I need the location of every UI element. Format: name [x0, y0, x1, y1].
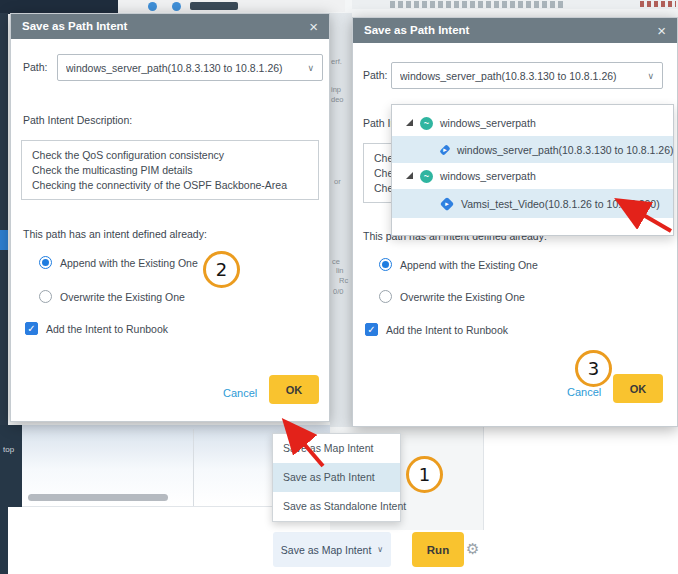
description-line: Check the QoS configuration consistency	[32, 148, 318, 163]
runbook-checkbox-label: Add the Intent to Runbook	[46, 323, 168, 335]
background-app-icon	[148, 2, 157, 11]
panel-divider	[483, 427, 484, 530]
add-intent-to-runbook-checkbox[interactable]: ✓ Add the Intent to Runbook	[365, 323, 508, 336]
background-text-fragment: erf.	[331, 57, 342, 66]
radio-append-existing[interactable]: Append with the Existing One	[39, 256, 198, 269]
radio-overwrite-existing[interactable]: Overwrite the Existing One	[39, 290, 185, 303]
background-left-rail-accent	[0, 230, 8, 250]
run-button[interactable]: Run	[412, 532, 464, 567]
chevron-down-icon: ∨	[377, 545, 383, 554]
runbook-checkbox-label: Add the Intent to Runbook	[386, 324, 508, 336]
path-label: Path:	[23, 61, 48, 73]
tree-expanded-caret-icon[interactable]	[406, 172, 413, 179]
screen: erf. inp deo or ce lin Rc 0/0 top Save a…	[0, 0, 678, 574]
radio-append-existing[interactable]: Append with the Existing One	[379, 258, 538, 271]
tree-item-label: windows_server_path(10.8.3.130 to 10.8.1…	[457, 144, 674, 156]
description-line: Checking the connectivity of the OSPF Ba…	[32, 178, 318, 193]
close-icon[interactable]: ×	[657, 23, 666, 38]
save-as-map-intent-button[interactable]: Save as Map Intent ∨	[273, 532, 391, 567]
tree-group-windows-serverpath[interactable]: ~ windows_serverpath	[392, 110, 673, 136]
ok-button[interactable]: OK	[269, 375, 319, 404]
chevron-down-icon: ∨	[647, 71, 654, 81]
cancel-button[interactable]: Cancel	[223, 387, 257, 399]
radio-overwrite-existing[interactable]: Overwrite the Existing One	[379, 290, 525, 303]
chevron-down-icon: ∨	[307, 63, 314, 73]
path-select-value: windows_server_path(10.8.3.130 to 10.8.1…	[66, 62, 303, 74]
radio-unselected-icon	[39, 290, 52, 303]
tree-expanded-caret-icon[interactable]	[406, 119, 413, 126]
background-text-fragment: ce	[332, 257, 340, 266]
tree-item-windows-server-path[interactable]: ► windows_server_path(10.8.3.130 to 10.8…	[392, 136, 673, 163]
annotation-badge-3: 3	[575, 350, 612, 387]
checkbox-checked-icon: ✓	[365, 323, 378, 336]
path-item-icon: ►	[439, 144, 450, 155]
dialog-title: Save as Path Intent	[364, 18, 469, 43]
description-textarea[interactable]: Check the QoS configuration consistency …	[21, 140, 319, 200]
path-item-icon: ►	[440, 196, 454, 210]
radio-selected-icon	[379, 258, 392, 271]
menu-item-save-as-map-intent[interactable]: Save as Map Intent	[273, 434, 400, 463]
description-line: Check the multicasting PIM details	[32, 163, 318, 178]
background-text-fragment: or	[334, 177, 341, 186]
path-select[interactable]: windows_server_path(10.8.3.130 to 10.8.1…	[57, 54, 323, 81]
background-toolbar-smudge	[190, 2, 238, 10]
checkbox-checked-icon: ✓	[25, 322, 38, 335]
tree-item-vamsi-test-video[interactable]: ► Vamsi_test_Video(10.8.1.26 to 10.8.3.2…	[392, 189, 673, 218]
tree-group-label: windows_serverpath	[440, 117, 536, 129]
radio-append-label: Append with the Existing One	[60, 257, 198, 269]
save-as-path-intent-dialog: Save as Path Intent × Path: windows_serv…	[10, 13, 330, 422]
background-gap: erf. inp deo or ce lin Rc 0/0	[330, 13, 352, 427]
path-select[interactable]: windows_server_path(10.8.3.130 to 10.8.1…	[391, 62, 663, 89]
dialog-title: Save as Path Intent	[22, 14, 127, 39]
menu-item-save-as-standalone-intent[interactable]: Save as Standalone Intent	[273, 492, 400, 521]
background-app-icon	[172, 2, 181, 11]
save-options-context-menu: Save as Map Intent Save as Path Intent S…	[272, 433, 401, 522]
background-left-rail	[0, 13, 8, 425]
intent-exists-question: This path has an intent defined already:	[23, 228, 207, 240]
background-text-fragment: inp	[331, 85, 341, 94]
desktop-side-tab-label: top	[3, 445, 14, 454]
path-label: Path:	[363, 69, 388, 81]
background-text-fragment: deo	[331, 95, 344, 104]
radio-overwrite-label: Overwrite the Existing One	[400, 291, 525, 303]
menu-item-save-as-path-intent[interactable]: Save as Path Intent	[273, 463, 400, 492]
background-blurred-text	[640, 1, 676, 7]
horizontal-scrollbar[interactable]	[28, 494, 168, 501]
panel-divider	[193, 429, 194, 506]
background-text-fragment: lin	[336, 266, 344, 275]
tree-item-label: Vamsi_test_Video(10.8.1.26 to 10.8.3.200…	[461, 198, 660, 210]
radio-unselected-icon	[379, 290, 392, 303]
close-icon[interactable]: ×	[309, 19, 318, 34]
radio-overwrite-label: Overwrite the Existing One	[60, 291, 185, 303]
background-text-fragment: Rc	[339, 276, 348, 285]
cancel-button[interactable]: Cancel	[567, 386, 601, 398]
path-group-icon: ~	[420, 117, 433, 130]
description-label: Path Intent Description:	[23, 114, 132, 126]
path-group-icon: ~	[420, 170, 433, 183]
path-dropdown-list: ~ windows_serverpath ► windows_server_pa…	[391, 104, 674, 236]
path-select-value: windows_server_path(10.8.3.130 to 10.8.1…	[400, 70, 643, 82]
dialog-titlebar: Save as Path Intent ×	[11, 14, 329, 39]
background-blurred-text	[390, 1, 565, 8]
annotation-badge-2: 2	[203, 251, 240, 288]
save-as-map-intent-button-label: Save as Map Intent	[281, 544, 371, 556]
background-text-fragment: 0/0	[333, 287, 343, 296]
gear-icon[interactable]: ⚙	[466, 540, 479, 558]
tree-group-windows-serverpath[interactable]: ~ windows_serverpath	[392, 163, 673, 189]
ok-button[interactable]: OK	[613, 374, 663, 403]
radio-selected-icon	[39, 256, 52, 269]
save-as-path-intent-dialog: Save as Path Intent × Path: windows_serv…	[352, 17, 678, 427]
dialog-titlebar: Save as Path Intent ×	[353, 18, 677, 43]
annotation-badge-1: 1	[406, 456, 443, 493]
add-intent-to-runbook-checkbox[interactable]: ✓ Add the Intent to Runbook	[25, 322, 168, 335]
tree-group-label: windows_serverpath	[440, 170, 536, 182]
run-button-label: Run	[427, 544, 449, 556]
background-titlebar-dark	[0, 0, 118, 14]
background-panel	[484, 427, 678, 530]
radio-append-label: Append with the Existing One	[400, 259, 538, 271]
